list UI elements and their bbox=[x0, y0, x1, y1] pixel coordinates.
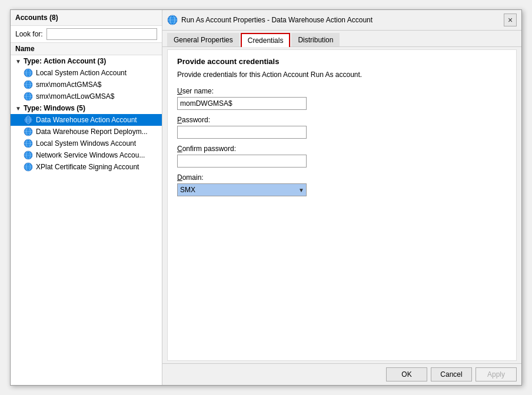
list-item[interactable]: Local System Windows Account bbox=[11, 138, 162, 149]
domain-label: Domain: bbox=[177, 173, 507, 182]
dialog-title-text: Run As Account Properties - Data Warehou… bbox=[181, 16, 500, 24]
column-name-header: Name bbox=[11, 43, 162, 55]
username-input[interactable] bbox=[177, 97, 307, 110]
username-field: User name: bbox=[177, 87, 507, 110]
password-field: Password: bbox=[177, 116, 507, 139]
list-item[interactable]: smx\momActLowGMSA$ bbox=[11, 91, 162, 102]
list-item[interactable]: smx\momActGMSA$ bbox=[11, 79, 162, 91]
globe-icon bbox=[24, 127, 33, 136]
list-item[interactable]: Data Warehouse Action Account bbox=[11, 114, 162, 126]
item-label: smx\momActGMSA$ bbox=[36, 81, 101, 89]
confirm-password-label: Confirm password: bbox=[177, 145, 507, 153]
item-label: Local System Windows Account bbox=[36, 139, 136, 148]
password-label: Password: bbox=[177, 116, 507, 124]
tab-distribution[interactable]: Distribution bbox=[291, 33, 340, 46]
globe-icon bbox=[24, 92, 33, 101]
look-for-input[interactable] bbox=[46, 28, 157, 40]
password-input[interactable] bbox=[177, 126, 307, 139]
ok-button[interactable]: OK bbox=[386, 367, 427, 381]
list-item[interactable]: Network Service Windows Accou... bbox=[11, 149, 162, 161]
item-label: XPlat Certificate Signing Account bbox=[36, 163, 139, 171]
tab-credentials[interactable]: Credentials bbox=[241, 33, 291, 47]
globe-icon bbox=[24, 139, 33, 148]
left-panel: Accounts (8) Look for: Name ▼ Type: Acti… bbox=[11, 10, 162, 385]
dialog: Run As Account Properties - Data Warehou… bbox=[162, 10, 521, 385]
group-action-account: ▼ Type: Action Account (3) bbox=[11, 55, 162, 67]
item-label: Data Warehouse Report Deploym... bbox=[36, 128, 148, 136]
tab-bar: General Properties Credentials Distribut… bbox=[162, 31, 521, 47]
globe-icon bbox=[24, 80, 33, 89]
collapse-icon[interactable]: ▼ bbox=[15, 58, 21, 65]
collapse-icon[interactable]: ▼ bbox=[15, 105, 21, 112]
close-button[interactable]: × bbox=[504, 14, 517, 26]
tab-general-properties[interactable]: General Properties bbox=[167, 33, 240, 46]
dialog-footer: OK Cancel Apply bbox=[162, 363, 521, 385]
item-label: smx\momActLowGMSA$ bbox=[36, 92, 114, 101]
list-item[interactable]: XPlat Certificate Signing Account bbox=[11, 161, 162, 173]
list-item[interactable]: Data Warehouse Report Deploym... bbox=[11, 126, 162, 138]
group-windows: ▼ Type: Windows (5) bbox=[11, 102, 162, 114]
confirm-password-input[interactable] bbox=[177, 155, 307, 168]
section-desc: Provide credentials for this Action Acco… bbox=[177, 71, 507, 79]
group-windows-label: Type: Windows (5) bbox=[24, 104, 85, 112]
domain-field: Domain: SMX ▼ bbox=[177, 173, 507, 196]
tab-credentials-label: Credentials bbox=[248, 36, 284, 45]
domain-select[interactable]: SMX bbox=[177, 183, 307, 196]
tab-general-properties-label: General Properties bbox=[174, 36, 233, 44]
cancel-button[interactable]: Cancel bbox=[431, 367, 472, 381]
look-for-row: Look for: bbox=[11, 26, 162, 43]
item-label: Local System Action Account bbox=[36, 69, 127, 77]
apply-button[interactable]: Apply bbox=[476, 367, 517, 381]
tab-distribution-label: Distribution bbox=[298, 36, 333, 44]
item-label: Network Service Windows Accou... bbox=[36, 151, 145, 159]
accounts-header: Accounts (8) bbox=[11, 10, 162, 26]
section-title: Provide account credentials bbox=[177, 57, 507, 66]
globe-icon bbox=[24, 115, 33, 125]
dialog-title-icon bbox=[167, 15, 178, 25]
domain-select-wrapper: SMX ▼ bbox=[177, 183, 307, 196]
dialog-titlebar: Run As Account Properties - Data Warehou… bbox=[162, 10, 521, 31]
list-item[interactable]: Local System Action Account bbox=[11, 67, 162, 79]
confirm-password-field: Confirm password: bbox=[177, 145, 507, 168]
username-label: User name: bbox=[177, 87, 507, 95]
group-action-account-label: Type: Action Account (3) bbox=[24, 57, 106, 65]
tree-area: ▼ Type: Action Account (3) Local System … bbox=[11, 55, 162, 385]
dialog-content: Provide account credentials Provide cred… bbox=[167, 49, 517, 361]
globe-icon bbox=[24, 162, 33, 172]
look-for-label: Look for: bbox=[15, 30, 43, 38]
globe-icon bbox=[24, 150, 33, 160]
item-label: Data Warehouse Action Account bbox=[36, 116, 137, 124]
globe-icon bbox=[24, 68, 33, 78]
